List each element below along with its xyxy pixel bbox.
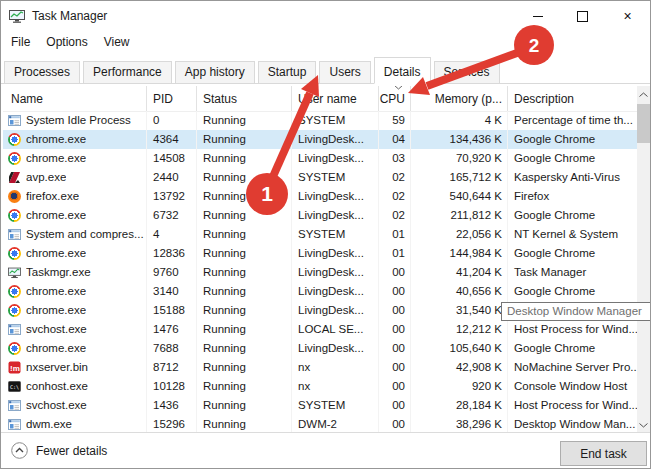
column-header-pid[interactable]: PID [147, 86, 197, 111]
menu-item-options[interactable]: Options [38, 31, 95, 53]
close-button[interactable]: × [605, 1, 650, 31]
cell-status: Running [197, 358, 292, 377]
scroll-up-icon[interactable] [637, 86, 650, 103]
cell-memory: 22,056 K [411, 225, 508, 244]
tab-app-history[interactable]: App history [175, 61, 255, 83]
cell-description: Google Chrome [508, 339, 638, 358]
cell-user: SYSTEM [292, 111, 379, 130]
maximize-button[interactable] [560, 1, 605, 31]
table-row[interactable]: System and compres...4RunningSYSTEM0122,… [3, 225, 638, 244]
end-task-button[interactable]: End task [560, 441, 647, 466]
table-row[interactable]: avp.exe2440RunningSYSTEM02165,712 KKaspe… [3, 168, 638, 187]
fewer-details-toggle[interactable]: Fewer details [11, 442, 107, 459]
scrollbar-thumb[interactable] [637, 104, 650, 143]
cell-name: chrome.exe [3, 301, 147, 320]
column-header-cpu[interactable]: CPU [379, 86, 411, 111]
cell-pid: 2440 [147, 168, 197, 187]
tab-processes[interactable]: Processes [4, 61, 80, 83]
cell-description: Google Chrome [508, 130, 638, 149]
cell-pid: 4 [147, 225, 197, 244]
cell-cpu: 00 [379, 263, 411, 282]
column-header-status[interactable]: Status [197, 86, 292, 111]
tab-strip: ProcessesPerformanceApp historyStartupUs… [1, 53, 650, 84]
cell-name: avp.exe [3, 168, 147, 187]
column-header-name[interactable]: Name [3, 86, 147, 111]
tab-performance[interactable]: Performance [83, 61, 172, 83]
process-name: svchost.exe [26, 320, 87, 339]
tab-details[interactable]: Details [374, 57, 431, 84]
process-name: chrome.exe [26, 244, 86, 263]
firefox-icon [7, 190, 21, 204]
task-manager-window: Task Manager × FileOptionsView Processes… [0, 0, 651, 469]
column-header-memory[interactable]: Memory (p... [411, 86, 508, 111]
menu-item-view[interactable]: View [96, 31, 138, 53]
column-header-user[interactable]: User name [292, 86, 379, 111]
cell-description: NoMachine Server Pro... [508, 358, 638, 377]
chrome-icon [7, 285, 21, 299]
menu-bar: FileOptionsView [1, 31, 650, 53]
cell-description: Google Chrome [508, 282, 638, 301]
tab-startup[interactable]: Startup [258, 61, 317, 83]
process-name: avp.exe [26, 168, 66, 187]
window-icon [7, 114, 21, 128]
table-row[interactable]: svchost.exe1436RunningSYSTEM0028,184 KHo… [3, 396, 638, 415]
cell-user: LivingDesk... [292, 149, 379, 168]
cell-cpu: 01 [379, 244, 411, 263]
cell-memory: 211,812 K [411, 206, 508, 225]
table-row[interactable]: chrome.exe3140RunningLivingDesk...0040,6… [3, 282, 638, 301]
cell-status: Running [197, 320, 292, 339]
vertical-scrollbar[interactable] [637, 86, 650, 434]
svg-text:!m: !m [10, 364, 20, 373]
table-row[interactable]: chrome.exe12836RunningLivingDesk...01144… [3, 244, 638, 263]
cell-pid: 13792 [147, 187, 197, 206]
cell-description: Host Process for Wind... [508, 396, 638, 415]
minimize-icon [533, 16, 543, 17]
process-name: conhost.exe [26, 377, 88, 396]
cell-memory: 70,920 K [411, 149, 508, 168]
console-icon: C:\ [7, 380, 21, 394]
process-name: firefox.exe [26, 187, 79, 206]
tab-services[interactable]: Services [434, 61, 500, 83]
cell-user: LivingDesk... [292, 263, 379, 282]
cell-pid: 7688 [147, 339, 197, 358]
cell-name: chrome.exe [3, 244, 147, 263]
table-row[interactable]: Taskmgr.exe9760RunningLivingDesk...0041,… [3, 263, 638, 282]
cell-status: Running [197, 225, 292, 244]
table-row[interactable]: chrome.exe4364RunningLivingDesk...04134,… [3, 130, 638, 149]
cell-pid: 3140 [147, 282, 197, 301]
table-row[interactable]: chrome.exe14508RunningLivingDesk...0370,… [3, 149, 638, 168]
cell-cpu: 02 [379, 168, 411, 187]
cell-status: Running [197, 263, 292, 282]
tab-users[interactable]: Users [319, 61, 370, 83]
cell-cpu: 00 [379, 320, 411, 339]
table-body: System Idle Process0RunningSYSTEM594 KPe… [3, 111, 638, 434]
minimize-button[interactable] [515, 1, 560, 31]
table-row[interactable]: System Idle Process0RunningSYSTEM594 KPe… [3, 111, 638, 130]
menu-item-file[interactable]: File [3, 31, 38, 53]
cell-memory: 144,984 K [411, 244, 508, 263]
cell-pid: 9760 [147, 263, 197, 282]
cell-user: SYSTEM [292, 225, 379, 244]
cell-status: Running [197, 206, 292, 225]
chrome-icon [7, 152, 21, 166]
window-icon [7, 418, 21, 432]
table-row[interactable]: chrome.exe6732RunningLivingDesk...02211,… [3, 206, 638, 225]
cell-pid: 14508 [147, 149, 197, 168]
cell-cpu: 03 [379, 149, 411, 168]
column-header-label: Memory (p... [435, 92, 502, 106]
column-header-description[interactable]: Description [508, 86, 638, 111]
cell-user: LivingDesk... [292, 339, 379, 358]
cell-name: chrome.exe [3, 149, 147, 168]
table-row[interactable]: C:\conhost.exe10128Runningnx00920 KConso… [3, 377, 638, 396]
table-row[interactable]: firefox.exe13792RunningLivingDesk...0254… [3, 187, 638, 206]
svg-text:C:\: C:\ [10, 384, 19, 390]
cell-cpu: 00 [379, 358, 411, 377]
table-row[interactable]: svchost.exe1476RunningLOCAL SE...0012,21… [3, 320, 638, 339]
cell-cpu: 02 [379, 206, 411, 225]
footer: Fewer details End task [1, 432, 650, 468]
table-row[interactable]: !mnxserver.bin8712Runningnx0042,908 KNoM… [3, 358, 638, 377]
cell-status: Running [197, 111, 292, 130]
cell-memory: 105,640 K [411, 339, 508, 358]
cell-name: !mnxserver.bin [3, 358, 147, 377]
table-row[interactable]: chrome.exe7688RunningLivingDesk...00105,… [3, 339, 638, 358]
